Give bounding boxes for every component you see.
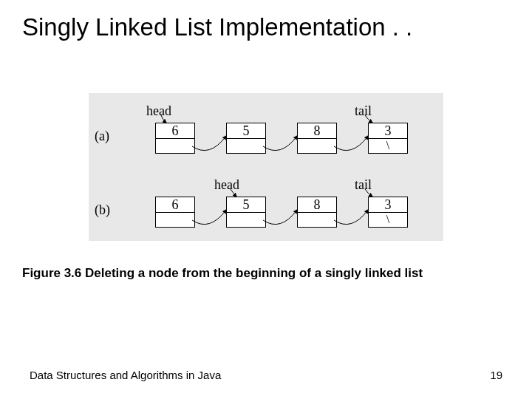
figure-caption: Figure 3.6 Deleting a node from the begi… — [22, 266, 510, 281]
node-value: 3 — [369, 123, 407, 138]
node-value: 8 — [298, 123, 336, 138]
row-a-label: (a) — [95, 129, 109, 144]
node-b-1: 5 — [226, 197, 266, 228]
node-b-3: 3 \ — [368, 197, 408, 228]
null-marker: \ — [369, 212, 407, 227]
node-a-3: 3 \ — [368, 123, 408, 154]
slide: Singly Linked List Implementation . . (a… — [0, 0, 532, 399]
node-value: 6 — [156, 123, 194, 138]
node-b-0: 6 — [155, 197, 195, 228]
node-a-1: 5 — [226, 123, 266, 154]
footer-text: Data Structures and Algorithms in Java — [30, 369, 221, 381]
node-value: 8 — [298, 197, 336, 212]
page-number: 19 — [490, 369, 502, 381]
null-marker: \ — [369, 138, 407, 153]
tail-label-b: tail — [355, 177, 372, 193]
head-label-b: head — [214, 177, 239, 193]
node-value: 5 — [227, 123, 265, 138]
row-b-label: (b) — [95, 202, 110, 218]
node-value: 6 — [156, 197, 194, 212]
tail-label-a: tail — [355, 103, 372, 119]
figure-panel: (a) head tail 6 5 8 3 \ (b) head tail 6 — [89, 93, 443, 241]
head-label-a: head — [146, 103, 171, 119]
node-a-2: 8 — [297, 123, 337, 154]
node-b-2: 8 — [297, 197, 337, 228]
node-a-0: 6 — [155, 123, 195, 154]
node-value: 5 — [227, 197, 265, 212]
node-value: 3 — [369, 197, 407, 212]
page-title: Singly Linked List Implementation . . — [22, 13, 412, 41]
